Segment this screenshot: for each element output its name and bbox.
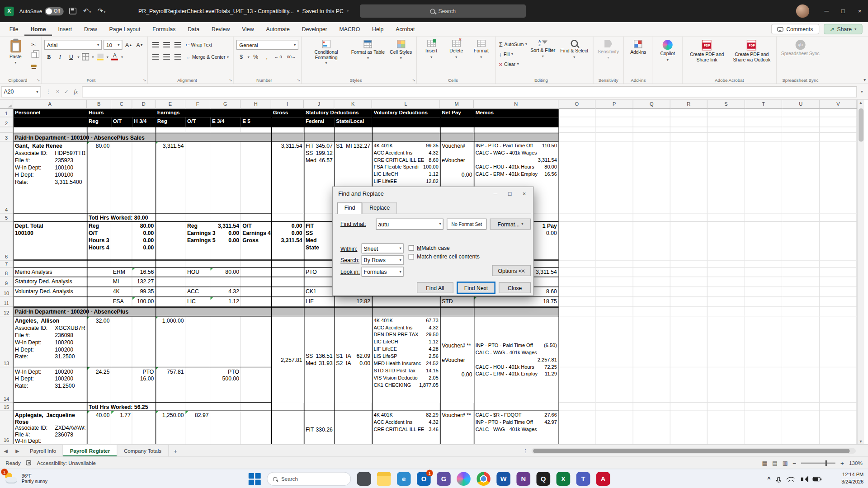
cell-E-14[interactable]: 757.81 [156, 367, 185, 403]
taskbar-app-copilot[interactable] [456, 471, 471, 486]
grid-cell[interactable] [559, 261, 596, 268]
comma-button[interactable]: , [262, 52, 272, 61]
cell-N-16[interactable]: CALC - $R - FDQOT27.66INP - PTO - Paid T… [474, 411, 558, 444]
row-header-13[interactable]: 13 [0, 316, 13, 367]
ribbon-tab-page-layout[interactable]: Page Layout [103, 22, 146, 36]
grid-cell[interactable] [596, 109, 633, 117]
cell-B-16[interactable]: 40.00 [87, 411, 111, 444]
grid-cell[interactable] [708, 117, 745, 127]
match-entire-checkbox[interactable] [409, 254, 414, 259]
number-launcher-icon[interactable]: ↘ [297, 78, 300, 83]
grid-cell[interactable] [670, 214, 708, 222]
grid-cell[interactable] [745, 277, 782, 287]
zoom-slider[interactable] [801, 462, 835, 463]
ribbon-tab-view[interactable]: View [236, 22, 260, 36]
find-what-input[interactable]: autu▾ [376, 219, 443, 230]
taskbar-app-acrobat[interactable]: A [596, 471, 611, 486]
row-header-14[interactable]: 14 [0, 367, 13, 403]
grid-cell[interactable] [13, 297, 87, 307]
grid-cell[interactable] [633, 133, 670, 142]
grid-cell[interactable] [782, 117, 820, 127]
cell-L-16[interactable]: 4K 401K82.29ACC Accident Ins4.32CRE CRIT… [372, 411, 440, 444]
grid-cell[interactable] [820, 133, 857, 142]
autosave-switch[interactable]: Off [45, 7, 64, 15]
cell-C-16[interactable]: 1.77 [111, 411, 132, 444]
dialog-tab-replace[interactable]: Replace [362, 202, 397, 214]
accessibility-status[interactable]: Accessibility: Unavailable [37, 460, 96, 466]
grid-cell[interactable] [559, 222, 596, 261]
grid-cell[interactable] [670, 307, 708, 317]
grid-cell[interactable] [670, 141, 708, 213]
page-break-view-button[interactable]: ▥ [783, 460, 788, 466]
grid-cell[interactable] [633, 297, 670, 307]
grid-cell[interactable] [670, 268, 708, 277]
cell-N-2[interactable] [474, 117, 558, 127]
horizontal-scroll-thumb[interactable] [533, 448, 849, 453]
grid-cell[interactable] [132, 261, 156, 268]
row-header-5[interactable]: 5 [0, 214, 13, 222]
format-button[interactable]: Format...▾ [490, 219, 531, 230]
match-case-checkbox[interactable] [409, 245, 414, 250]
grid-cell[interactable] [633, 261, 670, 268]
cell-E-13[interactable]: 1,000.00 [156, 316, 185, 367]
grid-cell[interactable] [670, 127, 708, 133]
grid-cell[interactable] [440, 403, 474, 411]
align-right-button[interactable] [173, 52, 182, 62]
grid-cell[interactable] [670, 367, 708, 403]
cell-B-1[interactable]: Hours [87, 109, 156, 117]
cell-J-6[interactable]: FITSSMedState [304, 222, 334, 261]
row-header-9[interactable]: 9 [0, 277, 13, 287]
grid-cell[interactable] [596, 214, 633, 222]
grid-cell[interactable] [156, 287, 185, 297]
cell-K-13[interactable]: S1 IA62.09S2 IA0.00 [335, 316, 372, 403]
search-input[interactable]: Search [360, 5, 526, 18]
formula-input[interactable] [82, 86, 857, 97]
row-header-16[interactable]: 16 [0, 411, 13, 444]
grid-cell[interactable] [156, 268, 185, 277]
collapse-ribbon-icon[interactable]: ▾ [863, 77, 866, 82]
find-next-button[interactable]: Find Next [457, 282, 495, 294]
grid-cell[interactable] [670, 316, 708, 367]
taskbar-search-input[interactable]: Search [267, 472, 351, 486]
cell-J-1[interactable]: Statutory Deductions [304, 109, 372, 117]
grid-cell[interactable] [304, 403, 334, 411]
cell-M-2[interactable] [440, 117, 474, 127]
search-direction-select[interactable]: By Rows▾ [362, 255, 404, 265]
grid-cell[interactable] [87, 261, 111, 268]
percent-button[interactable]: % [251, 52, 260, 61]
undo-button[interactable]: ↶▾ [83, 7, 91, 15]
row-header-spacer[interactable] [0, 127, 13, 133]
taskbar-app-onenote[interactable]: N [516, 471, 531, 486]
cell-A-8[interactable]: Memo Analysis [13, 268, 111, 277]
grid-cell[interactable] [633, 117, 670, 127]
grid-cell[interactable] [559, 141, 596, 213]
cell-A-2[interactable] [13, 117, 87, 127]
autosave-toggle[interactable]: AutoSave Off [19, 7, 64, 15]
grid-cell[interactable] [13, 214, 87, 222]
grid-cell[interactable] [782, 127, 820, 133]
grid-cell[interactable] [633, 268, 670, 277]
grid-cell[interactable] [156, 297, 185, 307]
grid-cell[interactable] [745, 287, 782, 297]
grid-cell[interactable] [304, 261, 334, 268]
cell-F-11[interactable]: LIC [185, 297, 210, 307]
shrink-font-button[interactable]: A▼ [135, 40, 145, 50]
grid-cell[interactable] [596, 367, 633, 403]
grid-cell[interactable] [111, 127, 132, 133]
column-header-F[interactable]: F [185, 99, 210, 109]
ribbon-tab-insert[interactable]: Insert [52, 22, 78, 36]
taskbar-app-excel[interactable]: X [556, 471, 571, 486]
grid-cell[interactable] [633, 367, 670, 403]
find-all-button[interactable]: Find All [417, 282, 453, 293]
autosum-button[interactable]: ΣAutoSum▾ [499, 40, 528, 49]
cell-C-10[interactable]: 4K [111, 287, 132, 297]
grid-cell[interactable] [708, 109, 745, 117]
clear-button[interactable]: ×Clear▾ [499, 60, 528, 69]
grid-cell[interactable] [559, 117, 596, 127]
cell-H-6[interactable]: O/T0.00Earnings 40.00Gross3,311.54 [241, 222, 304, 261]
column-header-O[interactable]: O [559, 99, 596, 109]
fill-color-button[interactable] [95, 52, 105, 61]
grid-cell[interactable] [820, 141, 857, 213]
grid-cell[interactable] [745, 214, 782, 222]
grid-cell[interactable] [241, 268, 271, 277]
